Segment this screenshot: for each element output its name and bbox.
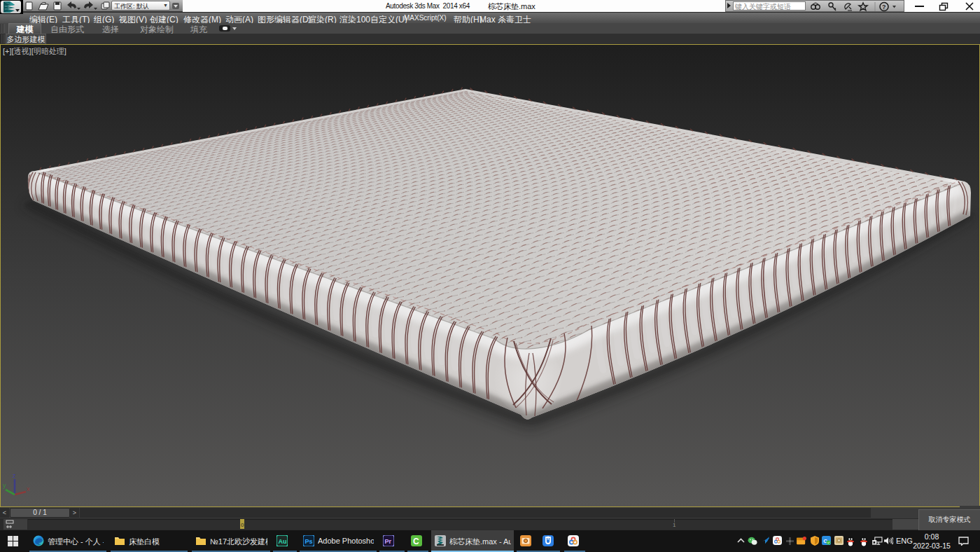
svg-text:z: z: [13, 472, 16, 479]
svg-text:?: ?: [882, 4, 886, 11]
svg-text:x: x: [27, 485, 30, 492]
svg-text:y: y: [3, 482, 6, 489]
